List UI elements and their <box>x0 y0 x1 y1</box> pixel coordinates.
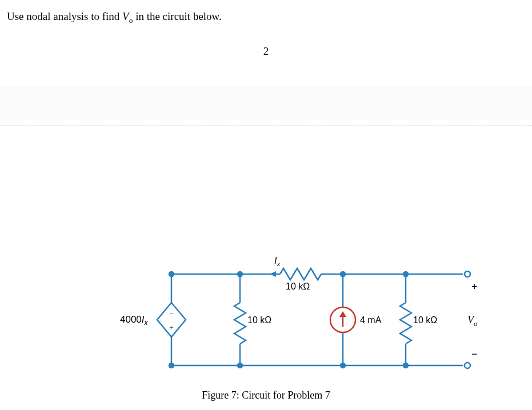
problem-statement: Use nodal analysis to find Vo in the cir… <box>0 0 532 25</box>
page-number: 2 <box>0 45 532 58</box>
svg-point-5 <box>465 363 470 368</box>
vo-minus: − <box>471 348 478 360</box>
problem-suffix: in the circuit below. <box>133 10 221 22</box>
svg-text:−: − <box>169 309 174 317</box>
right-resistor-label: 10 kΩ <box>413 315 437 325</box>
svg-point-10 <box>238 272 242 276</box>
dashed-line <box>0 126 532 126</box>
top-resistor-label: 10 kΩ <box>286 282 310 292</box>
svg-point-19 <box>403 363 408 368</box>
problem-var-letter: V <box>122 10 129 22</box>
svg-point-18 <box>403 272 408 276</box>
svg-point-3 <box>465 271 470 277</box>
dependent-source-label: 4000Ix <box>120 314 148 327</box>
svg-point-11 <box>238 363 242 368</box>
svg-point-15 <box>341 363 345 368</box>
vo-label: Vo <box>467 314 477 328</box>
vo-plus: + <box>471 281 478 293</box>
gray-band-top <box>0 86 532 120</box>
svg-point-14 <box>341 272 345 276</box>
circuit-diagram: − + 4000Ix Ix 10 kΩ 10 kΩ 4 mA 10 kΩ + V… <box>114 257 480 400</box>
ix-label: Ix <box>274 256 280 267</box>
left-resistor-label: 10 kΩ <box>247 315 271 325</box>
figure-caption: Figure 7: Circuit for Problem 7 <box>0 389 532 401</box>
problem-prefix: Use nodal analysis to find <box>7 10 122 22</box>
svg-point-20 <box>169 272 174 276</box>
current-source-label: 4 mA <box>360 315 381 325</box>
svg-point-21 <box>169 363 174 368</box>
svg-text:+: + <box>169 323 174 332</box>
